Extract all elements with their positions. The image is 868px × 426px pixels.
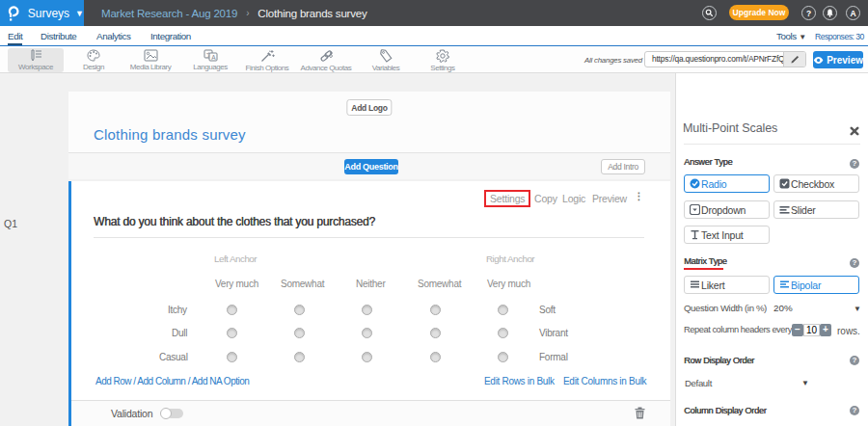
svg-text:A: A: [211, 54, 216, 61]
